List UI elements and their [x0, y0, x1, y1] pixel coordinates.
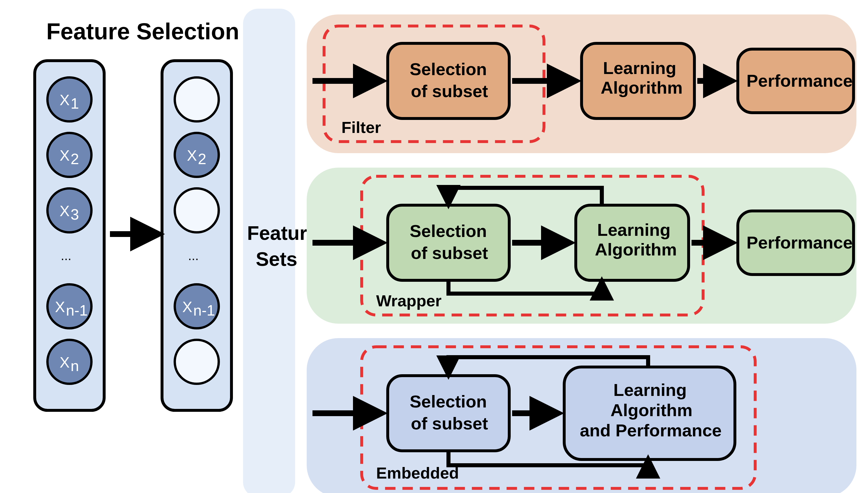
wrapper-label: Wrapper [376, 292, 442, 310]
wrapper-box1 [388, 205, 509, 280]
embedded-box2-l2: Algorithm [610, 401, 692, 420]
filter-box1-l2: of subset [411, 82, 488, 101]
wrapper-box2-l2: Algorithm [595, 240, 677, 259]
feature-sets-label-2: Sets [256, 248, 298, 270]
filter-box2-l1: Learning [603, 58, 676, 78]
svg-text:X: X [60, 147, 70, 164]
title-text: Feature Selection [46, 19, 239, 44]
filter-box1-l1: Selection [410, 60, 487, 79]
svg-text:X: X [60, 92, 70, 108]
filter-label: Filter [341, 118, 381, 136]
svg-text:n-1: n-1 [66, 302, 88, 319]
svg-text:n-1: n-1 [193, 302, 215, 319]
svg-point-16 [175, 78, 219, 121]
svg-text:n: n [70, 358, 79, 374]
wrapper-box3-text: Performance [746, 233, 853, 252]
embedded-box2-l1: Learning [613, 380, 687, 400]
svg-point-25 [175, 340, 219, 384]
embedded-box2-l3: and Performance [580, 421, 722, 440]
wrapper-box1-l2: of subset [411, 243, 488, 263]
filter-box1 [388, 43, 509, 119]
embedded-box1 [388, 376, 509, 451]
svg-point-20 [175, 188, 219, 232]
svg-text:2: 2 [70, 151, 79, 167]
wrapper-box1-l1: Selection [410, 221, 487, 241]
svg-text:...: ... [61, 249, 72, 263]
svg-text:2: 2 [198, 151, 206, 167]
svg-text:X: X [187, 147, 197, 164]
wrapper-box2-l1: Learning [597, 220, 670, 240]
svg-text:3: 3 [70, 206, 79, 223]
filter-box2-l2: Algorithm [601, 78, 683, 98]
svg-text:X: X [55, 299, 65, 315]
embedded-box1-l1: Selection [410, 392, 487, 411]
embedded-box1-l2: of subset [411, 414, 488, 433]
svg-text:...: ... [188, 249, 199, 263]
svg-text:X: X [182, 299, 193, 315]
filter-box3-text: Performance [746, 71, 853, 90]
svg-text:X: X [60, 202, 70, 219]
diagram-canvas: Feature Selection X1 X2 X3 ... Xn-1 Xn X… [0, 0, 868, 493]
svg-text:X: X [60, 354, 70, 371]
svg-text:1: 1 [70, 95, 79, 112]
